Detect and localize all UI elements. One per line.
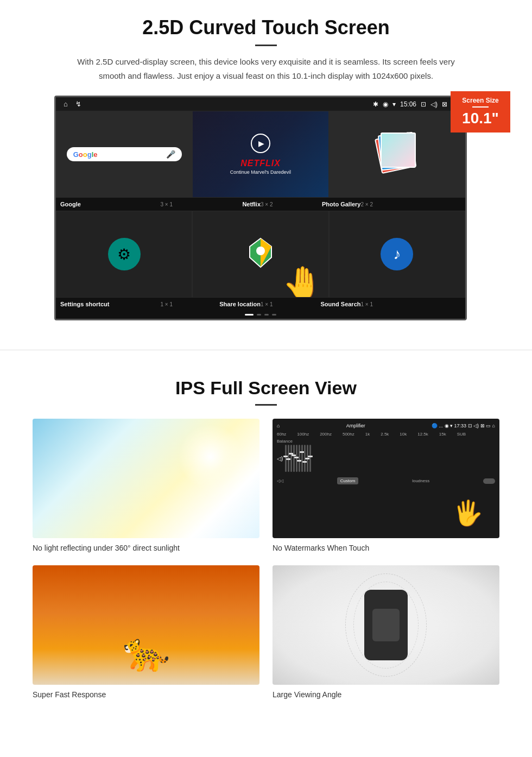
sound-size: 1 × 1 xyxy=(361,301,373,307)
feature-car: Large Viewing Angle xyxy=(273,565,499,699)
section2-title: IPS Full Screen View xyxy=(33,377,499,399)
amp-home-icon: ⌂ xyxy=(277,423,280,428)
netflix-subtitle: Continue Marvel's Daredevil xyxy=(230,169,291,175)
google-label-name: Google xyxy=(60,201,81,207)
bluetooth-icon: ✱ xyxy=(373,100,378,108)
photo-gallery-app-cell[interactable] xyxy=(329,111,465,198)
amp-slider-6[interactable] xyxy=(299,445,300,472)
volume-icon: ◁) xyxy=(430,100,438,108)
settings-label: Settings shortcut xyxy=(60,301,161,307)
svg-point-2 xyxy=(256,247,265,255)
sunlight-image xyxy=(33,419,259,538)
settings-icon-circle: ⚙ xyxy=(108,238,141,270)
mic-icon[interactable]: 🎤 xyxy=(166,150,175,159)
google-search-bar[interactable]: Google 🎤 xyxy=(67,147,182,161)
hand-touch-icon: 🤚 xyxy=(282,264,323,298)
amp-slider-3[interactable] xyxy=(290,445,292,472)
app-labels-row-bottom: Settings shortcut 1 × 1 Share location 1… xyxy=(56,298,465,311)
car-visual xyxy=(273,565,499,685)
section-divider xyxy=(0,350,532,350)
gear-icon: ⚙ xyxy=(117,245,131,263)
google-logo: Google xyxy=(73,150,98,159)
settings-size-label: 1 × 1 Share location xyxy=(161,301,261,307)
google-label: Google xyxy=(60,201,161,207)
feature-grid: No light reflecting under 360° direct su… xyxy=(33,419,499,699)
amp-slider-5[interactable] xyxy=(296,445,297,472)
photo-card-3 xyxy=(381,133,416,168)
section1-title: 2.5D Curved Touch Screen xyxy=(33,16,499,39)
app-grid-bottom: ⚙ 🤚 ♪ xyxy=(56,211,465,298)
share-location-app-cell[interactable]: 🤚 xyxy=(192,211,328,298)
amp-freq-labels: 60hz100hz200hz500hz1k2.5k10k12.5k15kSUB xyxy=(277,432,495,437)
screenshot-icon: ⊠ xyxy=(442,100,447,108)
sound-icon-circle: ♪ xyxy=(381,238,413,270)
amp-slider-4[interactable] xyxy=(293,445,295,472)
netflix-size-label: 3 × 2 Photo Gallery xyxy=(261,201,361,207)
settings-app-cell[interactable]: ⚙ xyxy=(56,211,192,298)
cheetah-visual: 🐆 xyxy=(33,565,259,685)
home-icon: ⌂ xyxy=(64,100,68,108)
app-grid-top: Google 🎤 ▶ NETFLIX Continue Marvel's Dar… xyxy=(56,111,465,198)
music-note-icon: ♪ xyxy=(393,245,401,263)
wifi-icon: ▾ xyxy=(392,100,396,108)
location-icon: ◉ xyxy=(383,100,388,108)
photo-stack xyxy=(375,133,419,176)
amp-volume-icon: ◁) xyxy=(277,456,283,462)
amp-sliders-row: ◁) xyxy=(277,445,495,472)
title-underline xyxy=(255,45,277,46)
share-size: 1 × 1 xyxy=(261,301,273,307)
device-screen: ⌂ ↯ ✱ ◉ ▾ 15:06 ⊡ ◁) ⊠ ▭ xyxy=(54,96,467,320)
settings-label-name: Settings shortcut xyxy=(60,301,109,307)
amp-header: ⌂ Amplifier 🔵 ... ◉ ▾ 17:33 ⊡ ◁) ⊠ ▭ ⌂ xyxy=(277,423,495,428)
car-image xyxy=(273,565,499,685)
amplifier-image: ⌂ Amplifier 🔵 ... ◉ ▾ 17:33 ⊡ ◁) ⊠ ▭ ⌂ 6… xyxy=(273,419,499,538)
amplifier-caption: No Watermarks When Touch xyxy=(273,544,499,552)
amp-toggle-switch[interactable] xyxy=(483,478,495,484)
status-right-info: ✱ ◉ ▾ 15:06 ⊡ ◁) ⊠ ▭ xyxy=(373,100,458,108)
google-maps-icon xyxy=(247,236,274,273)
google-app-cell[interactable]: Google 🎤 xyxy=(56,111,192,198)
netflix-size: 3 × 2 xyxy=(261,201,273,207)
netflix-app-cell[interactable]: ▶ NETFLIX Continue Marvel's Daredevil xyxy=(192,111,328,198)
status-left-icons: ⌂ ↯ xyxy=(64,100,81,108)
section-curved-touch-screen: 2.5D Curved Touch Screen With 2.5D curve… xyxy=(0,0,532,333)
netflix-label-name: Netflix xyxy=(242,201,261,207)
netflix-brand-logo: NETFLIX xyxy=(240,159,281,168)
sound-size-label: 1 × 1 xyxy=(361,301,461,307)
screen-mockup-wrapper: Screen Size 10.1" ⌂ ↯ ✱ ◉ ▾ 15:06 ⊡ ◁) ⊠ xyxy=(54,96,478,320)
amp-slider-9[interactable] xyxy=(307,445,308,472)
sun-glow xyxy=(178,424,243,489)
amp-slider-10[interactable] xyxy=(309,445,311,472)
usb-icon: ↯ xyxy=(75,100,81,108)
amp-back-icon: ◁◁ xyxy=(277,478,283,483)
photo-size-label: 2 × 2 xyxy=(361,201,461,207)
amp-hand-icon: 🖐 xyxy=(453,499,483,527)
sound-search-app-cell[interactable]: ♪ xyxy=(329,211,465,298)
car-caption: Large Viewing Angle xyxy=(273,690,499,699)
amp-slider-2[interactable] xyxy=(288,445,289,472)
feature-amplifier: ⌂ Amplifier 🔵 ... ◉ ▾ 17:33 ⊡ ◁) ⊠ ▭ ⌂ 6… xyxy=(273,419,499,552)
title-underline-2 xyxy=(255,404,277,406)
netflix-play-button[interactable]: ▶ xyxy=(251,134,270,153)
cheetah-image: 🐆 xyxy=(33,565,259,685)
photo-size: 2 × 2 xyxy=(361,201,373,207)
dot-1 xyxy=(245,314,254,316)
section1-description: With 2.5D curved-display screen, this de… xyxy=(76,55,456,83)
dot-2 xyxy=(257,314,261,316)
amplifier-visual: ⌂ Amplifier 🔵 ... ◉ ▾ 17:33 ⊡ ◁) ⊠ ▭ ⌂ 6… xyxy=(273,419,499,538)
amp-sliders xyxy=(285,445,495,472)
amp-title: Amplifier xyxy=(346,423,365,428)
amp-slider-7[interactable] xyxy=(301,445,303,472)
app-labels-row-top: Google 3 × 1 Netflix 3 × 2 Photo Gallery… xyxy=(56,198,465,211)
amp-loudness-label: loudness xyxy=(412,478,429,483)
amp-custom-button[interactable]: Custom xyxy=(337,477,359,484)
share-label-name: Share location xyxy=(219,301,261,307)
google-size-label: 3 × 1 Netflix xyxy=(161,201,261,207)
cheetah-caption: Super Fast Response xyxy=(33,690,259,699)
netflix-overlay: ▶ NETFLIX Continue Marvel's Daredevil xyxy=(193,111,328,197)
sound-label-name: Sound Search xyxy=(321,301,361,307)
status-bar: ⌂ ↯ ✱ ◉ ▾ 15:06 ⊡ ◁) ⊠ ▭ xyxy=(56,97,465,111)
share-size-label: 1 × 1 Sound Search xyxy=(261,301,361,307)
section-ips-full-screen: IPS Full Screen View No light reflecting… xyxy=(0,367,532,715)
amp-time: 🔵 ... ◉ ▾ 17:33 ⊡ ◁) ⊠ ▭ ⌂ xyxy=(432,423,495,428)
